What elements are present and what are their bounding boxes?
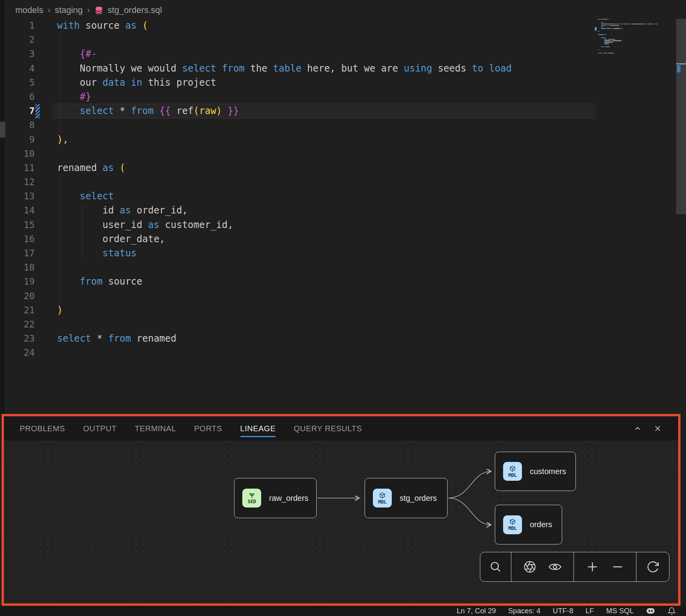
cube-icon	[509, 518, 516, 525]
badge-label: MDL	[508, 526, 517, 531]
line-number: 22	[12, 317, 35, 331]
minimap[interactable]	[598, 19, 667, 55]
code-line[interactable]	[57, 118, 512, 132]
model-badge: MDL	[503, 515, 522, 534]
node-label: raw_orders	[269, 494, 308, 503]
code-line[interactable]: #}	[57, 90, 512, 104]
code-line[interactable]	[57, 147, 512, 161]
line-number: 19	[12, 274, 35, 289]
line-number: 5	[12, 75, 35, 90]
refresh-icon[interactable]	[646, 560, 660, 574]
line-number: 8	[12, 118, 35, 132]
tab-terminal[interactable]: TERMINAL	[135, 416, 176, 441]
code-line[interactable]: {#-	[57, 47, 512, 61]
line-number: 7	[12, 104, 35, 118]
minimap-modified-marker	[595, 27, 597, 31]
line-number: 20	[12, 289, 35, 303]
gutter: 123456789101112131415161718192021222324	[12, 18, 35, 360]
close-icon[interactable]	[654, 425, 662, 432]
tab-lineage[interactable]: LINEAGE	[240, 416, 276, 441]
zoom-out-icon[interactable]	[611, 560, 624, 574]
line-number: 9	[12, 132, 35, 147]
code-line[interactable]: from source	[57, 274, 512, 289]
code-line[interactable]: select * from {{ ref(raw) }}	[57, 104, 512, 118]
code-line[interactable]: renamed as (	[57, 161, 512, 175]
code-line[interactable]: )	[57, 303, 512, 317]
lineage-canvas[interactable]: SED raw_orders MDL stg_orders	[4, 441, 678, 603]
sprout-icon	[248, 492, 256, 498]
node-label: customers	[530, 467, 566, 476]
code-line[interactable]	[57, 175, 512, 189]
line-number: 18	[12, 260, 35, 274]
line-number: 15	[12, 218, 35, 232]
modified-line-marker	[35, 104, 40, 118]
copilot-icon[interactable]	[646, 607, 655, 615]
tab-query-results[interactable]: QUERY RESULTS	[294, 416, 362, 441]
lineage-node-orders[interactable]: MDL orders	[495, 505, 562, 544]
code-line[interactable]	[57, 317, 512, 331]
code-line[interactable]: with source as (	[57, 18, 512, 33]
line-number: 1	[12, 18, 35, 33]
zoom-in-icon[interactable]	[586, 560, 599, 574]
line-number: 10	[12, 147, 35, 161]
node-label: stg_orders	[400, 494, 437, 503]
breadcrumb-item-staging[interactable]: staging	[55, 5, 83, 15]
code-line[interactable]	[57, 260, 512, 274]
breadcrumb-separator: ›	[87, 5, 90, 15]
bell-icon[interactable]	[668, 607, 676, 615]
node-label: orders	[530, 520, 552, 529]
tab-ports[interactable]: PORTS	[194, 416, 222, 441]
overview-ruler-modified-marker	[677, 65, 680, 72]
code-line[interactable]	[57, 33, 512, 47]
minimap-line	[598, 54, 667, 55]
lineage-node-customers[interactable]: MDL customers	[495, 452, 576, 491]
line-number: 3	[12, 47, 35, 61]
search-icon[interactable]	[489, 560, 502, 574]
code-line[interactable]	[57, 289, 512, 303]
line-number: 16	[12, 232, 35, 246]
breadcrumb-separator: ›	[48, 5, 50, 15]
code-editor[interactable]: with source as ( {#- Normally we would s…	[57, 18, 512, 360]
vscode-window: models › staging › stg_orders.sql 123456…	[0, 0, 686, 616]
line-number: 6	[12, 90, 35, 104]
code-line[interactable]	[57, 346, 512, 360]
language-mode[interactable]: MS SQL	[606, 607, 634, 615]
code-line[interactable]: select	[57, 189, 512, 203]
code-line[interactable]: select * from renamed	[57, 331, 512, 346]
line-number: 12	[12, 175, 35, 189]
code-line[interactable]: user_id as customer_id,	[57, 218, 512, 232]
line-number: 14	[12, 203, 35, 217]
left-rail-handle[interactable]	[0, 122, 5, 138]
line-number: 2	[12, 33, 35, 47]
line-number: 17	[12, 246, 35, 260]
model-badge: MDL	[373, 489, 392, 508]
code-line[interactable]: our data in this project	[57, 75, 512, 90]
cursor-position[interactable]: Ln 7, Col 29	[457, 607, 496, 615]
model-badge: MDL	[503, 462, 522, 481]
eol-sequence[interactable]: LF	[585, 607, 594, 615]
encoding[interactable]: UTF-8	[553, 607, 573, 615]
tab-output[interactable]: OUTPUT	[83, 416, 116, 441]
line-number: 23	[12, 331, 35, 346]
code-line[interactable]: status	[57, 246, 512, 260]
seed-badge: SED	[242, 489, 261, 508]
scrollbar-slider[interactable]	[676, 19, 686, 214]
line-number: 11	[12, 161, 35, 175]
lineage-node-stg-orders[interactable]: MDL stg_orders	[365, 478, 448, 518]
code-line[interactable]: order_date,	[57, 232, 512, 246]
line-number: 24	[12, 346, 35, 360]
tab-problems[interactable]: PROBLEMS	[20, 416, 65, 441]
eye-icon[interactable]	[548, 560, 562, 574]
aperture-icon[interactable]	[523, 560, 537, 574]
lineage-node-raw-orders[interactable]: SED raw_orders	[234, 478, 317, 518]
cube-icon	[509, 465, 516, 472]
line-number: 13	[12, 189, 35, 203]
code-line[interactable]: ),	[57, 132, 512, 147]
code-line[interactable]: Normally we would select from the table …	[57, 61, 512, 75]
breadcrumb-item-file[interactable]: stg_orders.sql	[108, 5, 162, 15]
breadcrumb-item-models[interactable]: models	[15, 5, 43, 15]
chevron-up-icon[interactable]	[633, 424, 642, 433]
code-line[interactable]: id as order_id,	[57, 203, 512, 217]
left-rail	[0, 0, 6, 414]
indentation[interactable]: Spaces: 4	[508, 607, 540, 615]
